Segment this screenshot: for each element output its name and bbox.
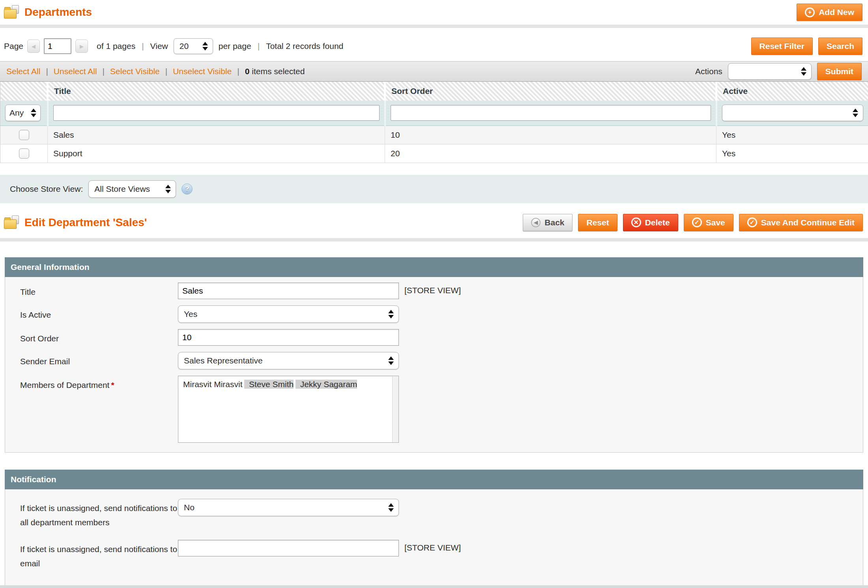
column-header-title[interactable]: Title (48, 82, 385, 101)
title-field-label: Title (20, 283, 178, 299)
column-header-sort-order[interactable]: Sort Order (385, 82, 716, 101)
select-any-dropdown[interactable]: Any (5, 105, 41, 121)
of-pages-label: of 1 pages (97, 41, 135, 51)
actions-label: Actions (695, 67, 722, 76)
notify-members-select[interactable]: No (178, 499, 399, 516)
chevron-updown-icon (383, 503, 394, 512)
help-icon[interactable]: ? (181, 184, 193, 195)
search-button[interactable]: Search (818, 37, 862, 55)
member-option[interactable]: Mirasvit Mirasvit (178, 380, 243, 389)
cell-sort-order: 20 (385, 144, 716, 163)
back-icon: ◀ (531, 218, 541, 227)
store-view-note: [STORE VIEW] (404, 283, 461, 295)
delete-icon: ✕ (631, 217, 641, 227)
separator: | (142, 41, 144, 51)
edit-page-title: Edit Department 'Sales' (4, 215, 147, 230)
items-selected-count: 0 items selected (245, 67, 305, 76)
chevron-updown-icon (383, 356, 394, 365)
view-label: View (150, 41, 168, 51)
back-button[interactable]: ◀ Back (523, 214, 572, 231)
edit-header: Edit Department 'Sales' ◀ Back Reset ✕ D… (0, 210, 868, 235)
divider (0, 24, 868, 28)
folder-icon (4, 5, 20, 19)
plus-icon: + (805, 7, 815, 17)
next-page-icon[interactable]: ▶ (75, 39, 88, 53)
submit-button[interactable]: Submit (817, 63, 862, 80)
separator: | (237, 67, 239, 76)
save-and-continue-button[interactable]: ✓ Save And Continue Edit (739, 214, 863, 231)
row-checkbox[interactable] (19, 148, 29, 159)
page-title-text: Departments (24, 6, 92, 19)
column-header-checkbox (0, 82, 48, 101)
chevron-updown-icon (160, 185, 171, 193)
select-all-link[interactable]: Select All (6, 67, 40, 76)
cell-title: Support (48, 144, 385, 163)
grid-toolbar: Page ◀ ▶ of 1 pages | View 20 per page |… (0, 35, 868, 57)
sender-email-field-label: Sender Email (20, 352, 178, 369)
cell-title: Sales (48, 125, 385, 144)
reset-filter-button[interactable]: Reset Filter (751, 37, 813, 55)
sort-order-filter-input[interactable] (391, 105, 711, 121)
per-page-label: per page (219, 41, 251, 51)
notify-email-input[interactable] (178, 540, 399, 556)
folder-icon (4, 215, 20, 230)
total-records-label: Total 2 records found (266, 41, 343, 51)
notification-section: Notification If ticket is unassigned, se… (5, 470, 863, 587)
scrollbar[interactable] (392, 376, 398, 442)
general-information-header: General Information (5, 257, 863, 277)
store-view-select[interactable]: All Store Views (88, 180, 176, 198)
table-row[interactable]: Sales 10 Yes (0, 125, 868, 144)
notify-members-field-label: If ticket is unassigned, send notificati… (20, 499, 178, 530)
is-active-select[interactable]: Yes (178, 305, 399, 323)
page-title: Departments (4, 5, 92, 19)
general-information-section: General Information Title [STORE VIEW] I… (5, 257, 863, 453)
store-view-note: [STORE VIEW] (404, 540, 461, 552)
page-label: Page (4, 41, 23, 51)
separator: | (46, 67, 48, 76)
cell-active: Yes (716, 144, 868, 163)
separator: | (258, 41, 260, 51)
select-visible-link[interactable]: Select Visible (110, 67, 160, 76)
chevron-updown-icon (383, 310, 394, 318)
store-view-bar: Choose Store View: All Store Views ? (0, 175, 868, 203)
sender-email-select[interactable]: Sales Representative (178, 352, 399, 369)
title-filter-input[interactable] (53, 105, 380, 121)
notify-email-field-label: If ticket is unassigned, send notificati… (20, 540, 178, 571)
departments-grid: Title Sort Order Active Any (0, 82, 868, 163)
per-page-select[interactable]: 20 (174, 38, 213, 54)
column-header-active[interactable]: Active (716, 82, 868, 101)
actions-select[interactable] (728, 63, 812, 80)
sort-order-field-input[interactable] (178, 329, 399, 346)
save-continue-check-icon: ✓ (747, 217, 757, 227)
cell-sort-order: 10 (385, 125, 716, 144)
title-field-input[interactable] (178, 283, 399, 299)
massaction-bar: Select All | Unselect All | Select Visib… (0, 61, 868, 82)
chevron-updown-icon (847, 109, 858, 117)
members-field-label: Members of Department* (20, 376, 178, 392)
bottom-strip (0, 585, 868, 588)
notification-header: Notification (5, 470, 863, 489)
save-check-icon: ✓ (692, 217, 702, 227)
page-number-input[interactable] (44, 38, 71, 54)
member-option[interactable]: Steve Smith (244, 380, 294, 389)
previous-page-icon[interactable]: ◀ (27, 39, 40, 53)
active-filter-select[interactable] (722, 105, 864, 121)
delete-button[interactable]: ✕ Delete (623, 214, 678, 231)
save-button[interactable]: ✓ Save (684, 214, 733, 231)
row-checkbox[interactable] (19, 130, 29, 140)
separator: | (165, 67, 167, 76)
required-asterisk: * (111, 380, 114, 390)
unselect-visible-link[interactable]: Unselect Visible (173, 67, 232, 76)
divider (0, 238, 868, 242)
table-row[interactable]: Support 20 Yes (0, 144, 868, 163)
members-multiselect[interactable]: Mirasvit Mirasvit Steve Smith Jekky Saga… (178, 376, 399, 443)
cell-active: Yes (716, 125, 868, 144)
sort-order-field-label: Sort Order (20, 329, 178, 346)
reset-button[interactable]: Reset (578, 214, 617, 231)
member-option[interactable]: Jekky Sagaram (296, 380, 357, 389)
chevron-updown-icon (197, 42, 208, 51)
add-new-button[interactable]: + Add New (797, 4, 862, 21)
unselect-all-link[interactable]: Unselect All (54, 67, 97, 76)
store-view-label: Choose Store View: (10, 184, 83, 194)
chevron-updown-icon (25, 109, 36, 117)
